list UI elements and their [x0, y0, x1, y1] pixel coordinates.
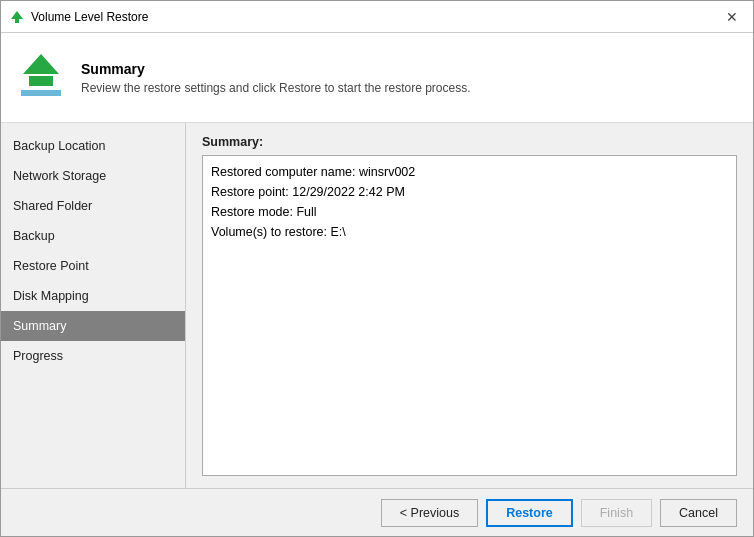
cancel-button[interactable]: Cancel	[660, 499, 737, 527]
window-icon	[9, 9, 25, 25]
sidebar-item-progress[interactable]: Progress	[1, 341, 185, 371]
summary-box: Restored computer name: winsrv002 Restor…	[202, 155, 737, 476]
arrow-base-icon	[21, 90, 61, 96]
svg-marker-0	[11, 11, 23, 23]
summary-label: Summary:	[202, 135, 737, 149]
header: Summary Review the restore settings and …	[1, 33, 753, 123]
arrow-stem-icon	[29, 76, 53, 86]
summary-line-4: Volume(s) to restore: E:\	[211, 222, 728, 242]
main-window: Volume Level Restore ✕ Summary Review th…	[0, 0, 754, 537]
header-text: Summary Review the restore settings and …	[81, 61, 737, 95]
sidebar-item-backup-location[interactable]: Backup Location	[1, 131, 185, 161]
footer: < Previous Restore Finish Cancel	[1, 488, 753, 536]
arrow-up-icon	[23, 54, 59, 74]
previous-button[interactable]: < Previous	[381, 499, 478, 527]
sidebar: Backup Location Network Storage Shared F…	[1, 123, 186, 488]
header-title: Summary	[81, 61, 737, 77]
header-icon	[17, 54, 65, 102]
sidebar-item-backup[interactable]: Backup	[1, 221, 185, 251]
finish-button: Finish	[581, 499, 652, 527]
summary-line-1: Restored computer name: winsrv002	[211, 162, 728, 182]
titlebar: Volume Level Restore ✕	[1, 1, 753, 33]
sidebar-item-restore-point[interactable]: Restore Point	[1, 251, 185, 281]
main-panel: Summary: Restored computer name: winsrv0…	[186, 123, 753, 488]
sidebar-item-summary[interactable]: Summary	[1, 311, 185, 341]
restore-button[interactable]: Restore	[486, 499, 573, 527]
sidebar-item-shared-folder[interactable]: Shared Folder	[1, 191, 185, 221]
close-button[interactable]: ✕	[719, 4, 745, 30]
sidebar-item-disk-mapping[interactable]: Disk Mapping	[1, 281, 185, 311]
header-description: Review the restore settings and click Re…	[81, 81, 737, 95]
content-area: Backup Location Network Storage Shared F…	[1, 123, 753, 488]
sidebar-item-network-storage[interactable]: Network Storage	[1, 161, 185, 191]
window-title: Volume Level Restore	[31, 10, 719, 24]
summary-line-2: Restore point: 12/29/2022 2:42 PM	[211, 182, 728, 202]
summary-line-3: Restore mode: Full	[211, 202, 728, 222]
